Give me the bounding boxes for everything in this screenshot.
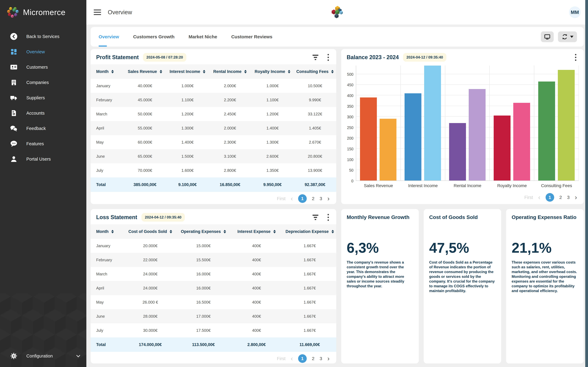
sidebar-item-feedback[interactable]: Feedback [0,121,86,136]
sidebar-item-accounts[interactable]: $Accounts [0,105,86,121]
y-axis-tick: 250 [347,125,354,130]
total-label: Total [91,182,124,187]
refresh-button[interactable] [558,31,577,42]
value-cell: 24.000€ [124,286,177,291]
sidebar-item-label: Overview [26,49,45,54]
sort-icon[interactable] [170,230,172,233]
pagination-page-2[interactable]: 2 [312,356,314,361]
pagination-first[interactable]: First [524,195,533,200]
invoice-icon: $ [10,109,18,117]
tab-market-niche[interactable]: Market Niche [188,27,217,47]
sidebar-item-label: Accounts [26,111,45,116]
sort-icon[interactable] [288,70,290,73]
pagination-page-1[interactable]: 1 [298,354,307,363]
bar-2024-sales-revenue[interactable] [380,119,396,181]
kebab-menu-icon[interactable] [326,53,330,61]
sidebar-item-overview[interactable]: Overview [0,44,86,59]
bar-2024-royalty-income[interactable] [513,103,530,181]
kpi-title: Cost of Goods Sold [429,214,496,220]
sidebar-item-back-to-services[interactable]: Back to Services [0,29,86,44]
sidebar-item-portal-users[interactable]: Portal Users [0,151,86,167]
sort-icon[interactable] [160,70,162,73]
pagination-prev-icon[interactable]: ‹ [538,194,540,200]
value-cell: 1.100€ [251,98,294,102]
bar-2023-royalty-income[interactable] [494,116,510,181]
bar-2023-interest-income[interactable] [404,93,421,181]
pagination-page-3[interactable]: 3 [320,356,322,361]
column-header: Interest Expense [230,229,283,234]
value-cell: 2.200€ [209,98,251,102]
bar-2024-rental-income[interactable] [469,89,486,181]
sort-icon[interactable] [203,70,205,73]
pagination-next-icon[interactable]: › [327,195,330,202]
pagination-first[interactable]: First [277,356,285,361]
pagination-next-icon[interactable]: › [575,194,577,200]
pagination-page-2[interactable]: 2 [559,195,562,200]
pagination-page-3[interactable]: 3 [320,196,322,201]
sort-icon[interactable] [331,70,334,73]
sidebar-item-customers[interactable]: Customers [0,59,86,75]
profit-pagination: First‹123› [91,192,336,204]
loss-statement-card: Loss Statement 2024-04-12 / 09:35:40 Mon… [91,209,336,363]
bar-2023-sales-revenue[interactable] [360,98,377,181]
tab-overview[interactable]: Overview [99,27,119,47]
table-total-row: Total174.000,00€113.500,00€2.800,00€11.6… [91,337,336,352]
fullscreen-button[interactable] [541,31,554,42]
value-cell: 10.500€ [294,83,336,88]
sidebar-item-configuration[interactable]: Configuration [0,348,86,364]
tab-customers-growth[interactable]: Customers Growth [133,27,174,47]
filter-icon[interactable] [312,214,319,221]
pagination-prev-icon[interactable]: ‹ [291,355,293,362]
pagination-next-icon[interactable]: › [327,355,330,362]
sidebar-item-companies[interactable]: Companies [0,75,86,90]
bar-2023-rental-income[interactable] [449,123,466,181]
column-header-label: Sales Revenue [128,69,157,74]
sort-icon[interactable] [244,70,247,73]
total-label: Total [91,342,124,347]
kebab-menu-icon[interactable] [326,213,330,221]
bar-2024-interest-income[interactable] [424,66,441,181]
filter-icon[interactable] [312,54,319,61]
column-header-label: Royalty Income [255,69,285,74]
timestamp-badge: 2024-04-12 / 09:35:40 [142,213,185,222]
y-axis-tick: 400 [347,93,354,98]
hamburger-menu-icon[interactable] [94,9,101,15]
bar-2024-consulting-fees[interactable] [558,70,575,181]
pagination-first[interactable]: First [277,196,285,201]
y-axis-tick: 500 [347,72,354,77]
pagination-page-2[interactable]: 2 [312,196,314,201]
value-cell: 70.000€ [124,168,166,173]
sort-icon[interactable] [111,230,114,233]
view-toolbar [541,31,580,42]
kebab-menu-icon[interactable] [574,53,578,61]
table-row: June28.000€17.000€400€1.667€ [91,309,336,323]
back-icon [10,33,18,41]
avatar[interactable]: MM [569,7,581,18]
sort-icon[interactable] [273,230,276,233]
page-scrollbar[interactable] [585,0,588,367]
kpi-card-operating-expenses-ratio: Operating Expenses Ratio 21,1% These exp… [506,209,584,363]
column-header: Rental Income [209,69,251,74]
sidebar-item-suppliers[interactable]: Suppliers [0,90,86,105]
column-header: Operating Expenses [177,229,230,234]
pagination-page-1[interactable]: 1 [546,193,554,202]
value-cell: 1.400€ [166,140,209,145]
column-header-label: Interest Expense [237,229,270,234]
column-header-label: Depreciation Expense [285,229,329,234]
pagination-prev-icon[interactable]: ‹ [291,195,293,202]
sort-icon[interactable] [331,230,334,233]
bar-2023-consulting-fees[interactable] [538,82,555,181]
pagination-page-1[interactable]: 1 [298,194,307,203]
value-cell: 20.000€ [124,243,177,248]
month-cell: January [91,243,124,248]
pagination-page-3[interactable]: 3 [567,195,570,200]
sort-icon[interactable] [111,70,114,73]
loss-table: MonthCost of Goods SoldOperating Expense… [91,224,336,352]
table-row: March50.000€1.200€2.450€1.200€33.122€ [91,107,336,121]
table-total-row: Total385.000,00€9.100,00€16.850,00€9.950… [91,177,336,192]
value-cell: 55.000€ [124,126,166,131]
bar-chart: 050100150200250300350400450500 Sales Rev… [341,64,584,191]
sort-icon[interactable] [224,230,226,233]
sidebar-item-features[interactable]: Features [0,136,86,151]
tab-customer-reviews[interactable]: Customer Reviews [231,27,272,47]
